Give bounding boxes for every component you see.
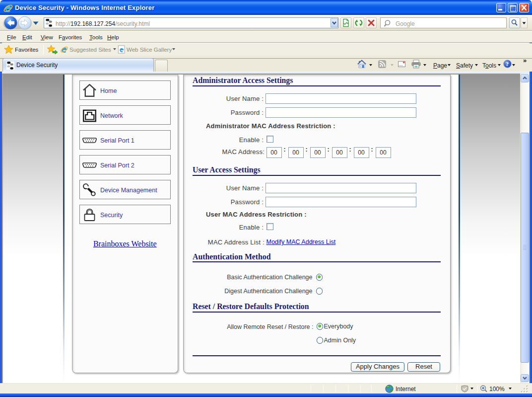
svg-text:?: ? (506, 61, 509, 68)
